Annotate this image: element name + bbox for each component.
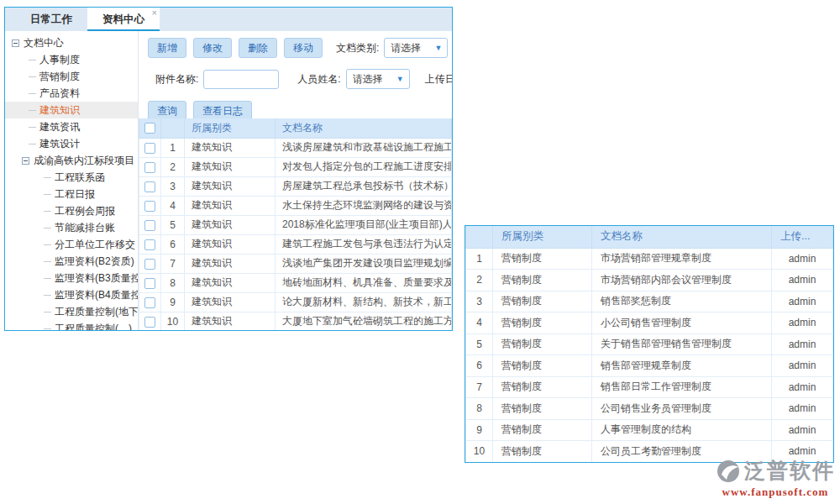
collapse-icon[interactable] [22,157,29,165]
row-doc-name[interactable]: 市场营销部内部会议管理制度 [592,270,772,291]
table-row[interactable]: 2营销制度市场营销部内部会议管理制度admin [466,270,833,291]
table-row[interactable]: 1建筑知识浅谈房屋建筑和市政基础设施工程施工... [139,138,452,157]
tree-item-leaf[interactable]: 分工单位工作移交 [5,236,138,253]
tree-item-leaf[interactable]: 监理资料(B3质量控制) [5,270,138,286]
person-name-select[interactable]: 请选择 ▼ [346,69,410,89]
table-row[interactable]: 9建筑知识论大厦新材料、新结构、新技术，新工... [139,292,452,312]
marketing-doc-table: 所属别类 文档名称 上传... 1营销制度市场营销部管理规章制度admin2营销… [465,226,833,463]
add-button[interactable]: 新增 [148,38,186,58]
tree-item-leaf[interactable]: 监理资料(B2资质) [5,253,138,270]
row-category: 建筑知识 [185,138,276,157]
tree-item-leaf[interactable]: 建筑知识 [5,102,138,118]
row-doc-name[interactable]: 浅谈地产集团开发建设项目监理规划编... [276,254,452,273]
table-row[interactable]: 2建筑知识对发包人指定分包的工程施工进度安排... [139,157,452,176]
table-row[interactable]: 7营销制度销售部日常工作管理制度admin [466,376,833,398]
row-doc-name[interactable]: 销售部奖惩制度 [592,291,772,312]
document-table: 所属别类 文档名称 1建筑知识浅谈房屋建筑和市政基础设施工程施工...2建筑知识… [139,118,452,330]
row-checkbox[interactable] [144,259,155,270]
row-doc-name[interactable]: 人事管理制度的结构 [592,419,772,441]
row-checkbox[interactable] [144,181,155,192]
table-row[interactable]: 6营销制度销售部管理规章制度admin [466,355,833,377]
row-uploader: admin [772,419,833,441]
row-doc-name[interactable]: 水土保持生态环境监测网络的建设与资... [276,196,452,215]
doc-category-select[interactable]: 请选择 ▼ [384,38,448,58]
row-doc-name[interactable]: 市场营销部管理规章制度 [592,248,772,270]
move-button[interactable]: 移动 [284,38,323,58]
row-doc-name[interactable]: 论大厦新材料、新结构、新技术，新工... [276,292,452,312]
tree-item-label: 建筑知识 [39,103,80,118]
table-row[interactable]: 6建筑知识建筑工程施工发包与承包违法行为认定... [139,234,452,254]
row-doc-name[interactable]: 关于销售部管理销售管理制度 [592,333,772,355]
row-category: 建筑知识 [185,196,276,215]
num-header [466,226,493,248]
table-row[interactable]: 3营销制度销售部奖惩制度admin [466,291,833,312]
table-row[interactable]: 7建筑知识浅谈地产集团开发建设项目监理规划编... [139,254,452,273]
table-row[interactable]: 5营销制度关于销售部管理销售管理制度admin [466,333,833,355]
tree-item-leaf[interactable]: 营销制度 [5,68,138,85]
row-doc-name[interactable]: 对发包人指定分包的工程施工进度安排... [276,157,452,176]
fanpu-logo: 泛普软件 www.fanpusoft.com [716,457,835,499]
tab-data-center[interactable]: 资料中心 × [87,8,160,31]
row-uploader: admin [772,248,833,270]
row-checkbox[interactable] [144,143,155,154]
row-number: 10 [466,441,493,463]
row-doc-name[interactable]: 建筑工程施工发包与承包违法行为认定... [276,234,452,254]
table-row[interactable]: 8营销制度公司销售业务员管理制度admin [466,398,833,420]
tree-item-leaf[interactable]: 产品资料 [5,85,138,102]
tree-item-leaf[interactable]: 工程例会周报 [5,202,138,219]
row-doc-name[interactable]: 大厦地下室加气砼墙砌筑工程的施工方... [276,312,452,330]
collapse-icon[interactable] [12,39,19,47]
row-doc-name[interactable]: 公司销售业务员管理制度 [592,398,772,420]
tree-item-leaf[interactable]: 建筑资讯 [5,118,138,135]
tree-item-leaf[interactable]: 工程质量控制(地下室) [5,303,138,320]
table-row[interactable]: 1营销制度市场营销部管理规章制度admin [466,248,833,270]
row-checkbox[interactable] [144,162,155,173]
attachment-name-input[interactable] [203,70,279,89]
row-doc-name[interactable]: 销售部管理规章制度 [592,355,772,377]
tree-item-leaf[interactable]: 工程联系函 [5,169,138,186]
tree-item-leaf[interactable]: 监理资料(B4质量控制) [5,286,138,303]
row-number: 2 [161,157,185,176]
select-all-checkbox[interactable] [144,123,155,134]
row-checkbox[interactable] [144,297,155,308]
tree-connector [29,127,36,128]
table-row[interactable]: 3建筑知识房屋建筑工程总承包投标书（技术标）... [139,176,452,196]
row-uploader: admin [772,333,833,355]
row-doc-name[interactable]: 2018标准化监理项目部(业主项目部)人员... [276,215,452,234]
row-checkbox[interactable] [144,278,155,289]
delete-button[interactable]: 删除 [239,38,277,58]
row-checkbox[interactable] [144,220,155,231]
row-doc-name[interactable]: 地砖地面材料、机具准备、质量要求及... [276,273,452,292]
row-doc-name[interactable]: 浅谈房屋建筑和市政基础设施工程施工... [276,138,452,157]
row-checkbox[interactable] [144,239,155,250]
tree-item-leaf[interactable]: 工程日报 [5,186,138,202]
tab-daily-work[interactable]: 日常工作 [15,8,87,31]
table-row[interactable]: 9营销制度人事管理制度的结构admin [466,419,833,441]
tree-item-label: 建筑设计 [39,137,80,151]
row-number: 3 [161,176,185,196]
row-checkbox[interactable] [144,201,155,212]
row-doc-name[interactable]: 销售部日常工作管理制度 [592,376,772,398]
table-row[interactable]: 4营销制度小公司销售管理制度admin [466,312,833,334]
row-number: 10 [161,312,185,330]
table-row[interactable]: 4建筑知识水土保持生态环境监测网络的建设与资... [139,196,452,215]
table-row[interactable]: 10建筑知识大厦地下室加气砼墙砌筑工程的施工方... [139,312,452,330]
close-icon[interactable]: × [152,8,157,18]
tree-item-leaf[interactable]: 人事制度 [5,51,138,68]
table-row[interactable]: 8建筑知识地砖地面材料、机具准备、质量要求及... [139,273,452,292]
row-doc-name[interactable]: 小公司销售管理制度 [592,312,772,334]
modify-button[interactable]: 修改 [193,38,232,58]
document-center-window: 日常工作 资料中心 × 文档中心人事制度营销制度产品资料建筑知识建筑资讯建筑设计… [4,7,453,331]
tree-item-leaf[interactable]: 建筑设计 [5,135,138,152]
toolbar-row: 新增 修改 删除 移动 文档类别: 请选择 ▼ 文档 [148,38,452,58]
tree-item-leaf[interactable]: 节能减排台账 [5,219,138,236]
tree-item-branch[interactable]: 文档中心 [5,34,138,51]
row-checkbox[interactable] [144,317,155,328]
tree-item-branch[interactable]: 成渝高铁内江标段项目 [5,152,138,169]
tree-item-leaf[interactable]: 工程质量控制(…) [5,320,138,330]
tree-connector [44,312,51,312]
table-row[interactable]: 5建筑知识2018标准化监理项目部(业主项目部)人员... [139,215,452,234]
row-doc-name[interactable]: 房屋建筑工程总承包投标书（技术标）... [276,176,452,196]
fanpu-logo-icon [716,459,741,484]
row-category: 营销制度 [493,248,592,270]
